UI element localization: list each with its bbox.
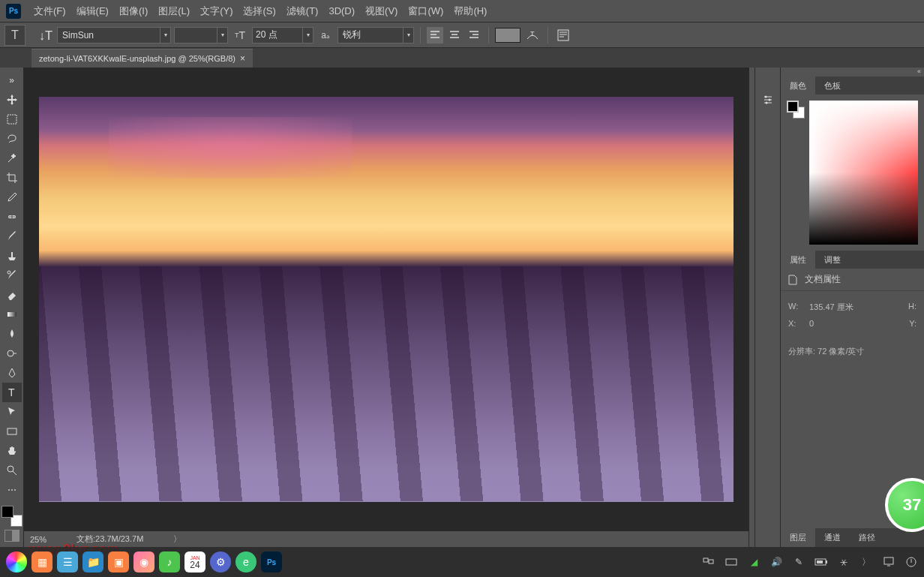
tab-paths[interactable]: 路径 [850,528,884,547]
svg-rect-19 [817,560,823,563]
tray-desktop-icon[interactable] [882,555,896,569]
tab-properties[interactable]: 属性 [781,251,815,269]
taskbar-app-2-icon[interactable]: ☰ [57,551,78,572]
foreground-color-swatch[interactable] [2,506,14,518]
panel-dock-collapse[interactable] [748,68,754,547]
align-right-button[interactable] [466,27,482,44]
blur-tool[interactable] [2,324,22,344]
tray-chevron-icon[interactable]: 〉 [860,555,873,569]
menu-file[interactable]: 文件(F) [28,0,71,23]
antialiasing-select[interactable] [338,27,404,44]
close-tab-icon[interactable]: × [240,53,245,64]
menu-type[interactable]: 文字(Y) [195,0,238,23]
panel-color-swatches[interactable] [787,101,805,119]
width-value[interactable]: 135.47 厘米 [809,302,854,313]
svg-point-13 [765,102,767,104]
zoom-tool[interactable] [2,461,22,480]
menu-help[interactable]: 帮助(H) [448,0,492,23]
eraser-tool[interactable] [2,285,22,305]
path-selection-tool[interactable] [2,402,22,422]
music-icon[interactable]: ♪ [159,551,180,572]
menu-image[interactable]: 图像(I) [114,0,153,23]
file-manager-icon[interactable]: 📁 [82,551,104,572]
tray-bluetooth-icon[interactable]: ⚹ [837,555,850,569]
menu-layer[interactable]: 图层(L) [153,0,195,23]
font-family-select[interactable] [57,27,160,44]
svg-text:T: T [8,386,15,398]
tray-keyboard-icon[interactable] [724,555,738,569]
tray-power-icon[interactable] [904,555,918,569]
calendar-icon[interactable]: JAN 24 [184,551,206,572]
clone-stamp-tool[interactable] [2,246,22,266]
font-style-select[interactable] [174,27,218,44]
font-style-dropdown-icon[interactable]: ▾ [218,27,228,44]
photoshop-taskbar-icon[interactable]: Ps [261,551,282,572]
align-center-button[interactable] [446,27,463,44]
dodge-tool[interactable] [2,344,22,363]
history-brush-tool[interactable] [2,266,22,285]
tray-windows-icon[interactable] [702,555,716,569]
align-left-button[interactable] [427,27,443,44]
healing-brush-tool[interactable] [2,207,22,227]
brush-tool[interactable] [2,227,22,246]
font-family-dropdown-icon[interactable]: ▾ [160,27,171,44]
tab-swatches[interactable]: 色板 [815,77,850,95]
tray-battery-icon[interactable] [814,555,828,569]
canvas-viewport[interactable] [24,68,748,530]
document-canvas[interactable] [39,97,734,502]
taskbar-app-1-icon[interactable]: ▦ [32,551,52,572]
text-orientation-toggle-icon[interactable]: ↓T [36,26,54,44]
menu-select[interactable]: 选择(S) [238,0,280,23]
document-tab[interactable]: zetong-li-VAT6XKKwalE-unsplash.jpg @ 25%… [32,49,253,68]
type-tool[interactable]: T [2,383,22,402]
font-size-dropdown-icon[interactable]: ▾ [303,27,314,44]
taskbar-app-3-icon[interactable]: ▣ [108,551,129,572]
crop-tool[interactable] [2,168,22,188]
menu-3d[interactable]: 3D(D) [323,1,360,21]
magic-wand-tool[interactable] [2,149,22,168]
tray-flag-icon[interactable]: ◢ [747,555,760,569]
rectangle-tool[interactable] [2,422,22,441]
panel-foreground-swatch[interactable] [787,101,799,113]
marquee-tool[interactable] [2,110,22,129]
settings-icon[interactable]: ⚙ [210,551,231,572]
character-panel-icon[interactable] [554,26,572,44]
eyedropper-tool[interactable] [2,188,22,207]
antialiasing-dropdown-icon[interactable]: ▾ [404,27,414,44]
text-color-swatch[interactable] [495,28,520,43]
gradient-tool[interactable] [2,305,22,324]
tool-preset-picker[interactable]: T [4,25,26,46]
warp-text-icon[interactable]: T [524,26,542,44]
color-spectrum-picker[interactable] [809,101,918,245]
browser-icon[interactable]: e [236,551,256,572]
menu-view[interactable]: 视图(V) [360,0,403,23]
pen-tool[interactable] [2,363,22,383]
quick-mask-toggle[interactable] [4,530,20,542]
move-tool[interactable] [2,90,22,110]
menu-window[interactable]: 窗口(W) [403,0,448,23]
color-picker-tools[interactable] [2,506,22,527]
resolution-value[interactable]: 分辨率: 72 像素/英寸 [788,346,864,357]
collapse-panels-icon[interactable]: « [781,68,924,77]
lasso-tool[interactable] [2,129,22,149]
tab-layers[interactable]: 图层 [781,528,815,547]
photos-icon[interactable]: ◉ [134,551,154,572]
tray-pen-icon[interactable]: ✎ [792,555,806,569]
hand-tool[interactable] [2,441,22,461]
edit-toolbar-icon[interactable]: ⋯ [2,480,22,500]
launcher-icon[interactable] [6,551,27,572]
tab-color[interactable]: 颜色 [781,77,815,95]
font-size-select[interactable] [252,27,303,44]
tab-adjustments[interactable]: 调整 [815,251,850,269]
tray-volume-icon[interactable]: 🔊 [770,555,783,569]
canvas-area: 25% 文档:23.7M/23.7M 〉 [24,68,748,547]
adjustments-panel-icon[interactable] [758,90,778,110]
menu-edit[interactable]: 编辑(E) [71,0,114,23]
tab-channels[interactable]: 通道 [815,528,850,547]
status-arrow-icon[interactable]: 〉 [173,533,182,545]
x-value[interactable]: 0 [809,319,814,328]
chevron-expand-icon[interactable]: » [2,71,22,90]
menu-filter[interactable]: 滤镜(T) [281,0,324,23]
svg-rect-9 [8,428,16,434]
svg-rect-15 [709,560,713,563]
